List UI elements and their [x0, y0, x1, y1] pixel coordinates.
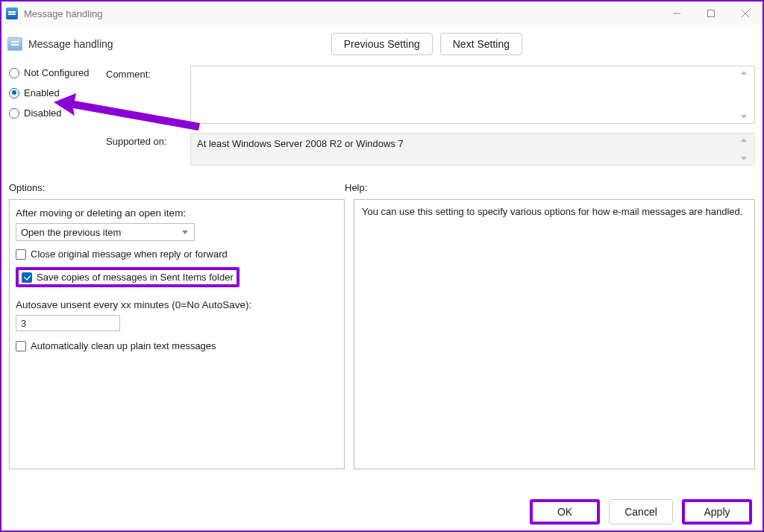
radio-icon: [9, 68, 19, 78]
window-controls: [660, 1, 763, 25]
highlight-apply: Apply: [682, 499, 752, 525]
highlight-ok: OK: [530, 499, 600, 525]
window-title: Message handling: [24, 8, 103, 19]
comment-input[interactable]: [190, 66, 755, 124]
supported-on-value: At least Windows Server 2008 R2 or Windo…: [197, 138, 404, 149]
comment-label: Comment:: [106, 66, 184, 124]
checkbox-icon: [16, 249, 26, 260]
options-label: Options:: [9, 182, 345, 193]
after-moving-label: After moving or deleting an open item:: [16, 207, 338, 219]
highlight-save-copies: Save copies of messages in Sent Items fo…: [16, 267, 239, 287]
checkbox-close-original[interactable]: Close original message when reply or for…: [16, 248, 338, 260]
help-pane: You can use this setting to specify vari…: [354, 199, 755, 469]
checkbox-label: Save copies of messages in Sent Items fo…: [37, 272, 234, 283]
after-moving-value: Open the previous item: [21, 227, 121, 238]
radio-enabled[interactable]: Enabled: [9, 87, 106, 98]
minimize-button[interactable]: [660, 1, 694, 25]
ok-button[interactable]: OK: [533, 502, 597, 522]
footer-buttons: OK Cancel Apply: [530, 499, 752, 525]
options-pane: After moving or deleting an open item: O…: [9, 199, 345, 469]
checkbox-auto-cleanup[interactable]: Automatically clean up plain text messag…: [16, 340, 338, 351]
radio-label: Disabled: [24, 107, 62, 119]
scroll-down-icon[interactable]: [741, 115, 747, 119]
scroll-up-icon[interactable]: [741, 138, 747, 142]
radio-label: Enabled: [24, 87, 60, 98]
autosave-input[interactable]: 3: [16, 315, 120, 331]
autosave-value: 3: [21, 318, 26, 329]
checkbox-save-copies[interactable]: Save copies of messages in Sent Items fo…: [22, 272, 234, 283]
autosave-label: Autosave unsent every xx minutes (0=No A…: [16, 299, 338, 310]
supported-on-box: At least Windows Server 2008 R2 or Windo…: [190, 133, 755, 166]
app-icon: [6, 7, 18, 19]
chevron-down-icon: [182, 231, 188, 234]
scroll-down-icon[interactable]: [741, 157, 747, 160]
checkbox-icon: [22, 272, 32, 283]
next-setting-button[interactable]: Next Setting: [440, 33, 522, 55]
config-area: Not Configured Enabled Disabled Comment:…: [1, 61, 763, 172]
help-text: You can use this setting to specify vari…: [362, 206, 747, 217]
svg-rect-1: [708, 10, 715, 17]
page-title: Message handling: [28, 38, 113, 50]
apply-button[interactable]: Apply: [685, 502, 749, 522]
title-bar: Message handling: [1, 1, 763, 25]
policy-icon: [7, 37, 22, 51]
radio-icon: [9, 108, 19, 119]
maximize-button[interactable]: [694, 1, 728, 25]
radio-disabled[interactable]: Disabled: [9, 107, 106, 119]
previous-setting-button[interactable]: Previous Setting: [331, 33, 433, 55]
scroll-up-icon[interactable]: [741, 71, 747, 75]
cancel-button[interactable]: Cancel: [609, 499, 673, 525]
checkbox-icon: [16, 341, 26, 351]
radio-icon: [9, 88, 19, 98]
radio-label: Not Configured: [24, 67, 89, 78]
after-moving-select[interactable]: Open the previous item: [16, 223, 195, 241]
checkbox-label: Close original message when reply or for…: [31, 248, 228, 260]
checkbox-label: Automatically clean up plain text messag…: [31, 340, 216, 351]
help-label: Help:: [345, 182, 367, 193]
header-row: Message handling Previous Setting Next S…: [1, 25, 763, 61]
close-button[interactable]: [728, 1, 763, 25]
radio-not-configured[interactable]: Not Configured: [9, 67, 106, 78]
supported-on-label: Supported on:: [106, 133, 184, 166]
